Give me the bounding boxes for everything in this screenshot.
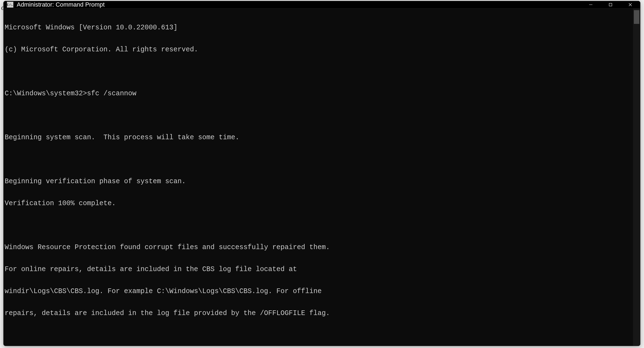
output-blank (5, 220, 632, 231)
output-line: Microsoft Windows [Version 10.0.22000.61… (5, 22, 632, 33)
prompt-line: C:\Windows\system32>sfc /scannow (5, 88, 632, 99)
output-blank (5, 66, 632, 77)
command-prompt-window: C:\. Administrator: Command Prompt Micro… (3, 1, 640, 346)
minimize-button[interactable] (581, 1, 601, 8)
prompt-command: sfc /scannow (87, 88, 136, 99)
output-line: windir\Logs\CBS\CBS.log. For example C:\… (5, 286, 632, 297)
output-line: Beginning verification phase of system s… (5, 176, 632, 187)
close-icon (628, 2, 632, 7)
svg-rect-1 (609, 3, 612, 6)
output-blank (5, 330, 632, 341)
titlebar[interactable]: C:\. Administrator: Command Prompt (4, 1, 640, 9)
output-blank (5, 110, 632, 121)
minimize-icon (589, 2, 593, 7)
output-line: Verification 100% complete. (5, 198, 632, 209)
output-line: repairs, details are included in the log… (5, 308, 632, 319)
maximize-button[interactable] (601, 1, 620, 8)
output-line: (c) Microsoft Corporation. All rights re… (5, 44, 632, 55)
cmd-icon: C:\. (7, 2, 13, 8)
output-blank (5, 154, 632, 165)
output-line: For online repairs, details are included… (5, 264, 632, 275)
maximize-icon (608, 2, 613, 7)
output-line: Beginning system scan. This process will… (5, 132, 632, 143)
window-controls (581, 1, 640, 8)
window-title: Administrator: Command Prompt (17, 1, 105, 8)
terminal-body: Microsoft Windows [Version 10.0.22000.61… (4, 9, 640, 346)
scrollbar-thumb[interactable] (634, 10, 639, 24)
close-button[interactable] (620, 1, 640, 8)
scrollbar-track[interactable] (633, 9, 640, 346)
titlebar-left: C:\. Administrator: Command Prompt (7, 1, 105, 8)
output-line: Windows Resource Protection found corrup… (5, 242, 632, 253)
terminal-content[interactable]: Microsoft Windows [Version 10.0.22000.61… (4, 9, 633, 346)
prompt-path: C:\Windows\system32> (5, 88, 87, 99)
